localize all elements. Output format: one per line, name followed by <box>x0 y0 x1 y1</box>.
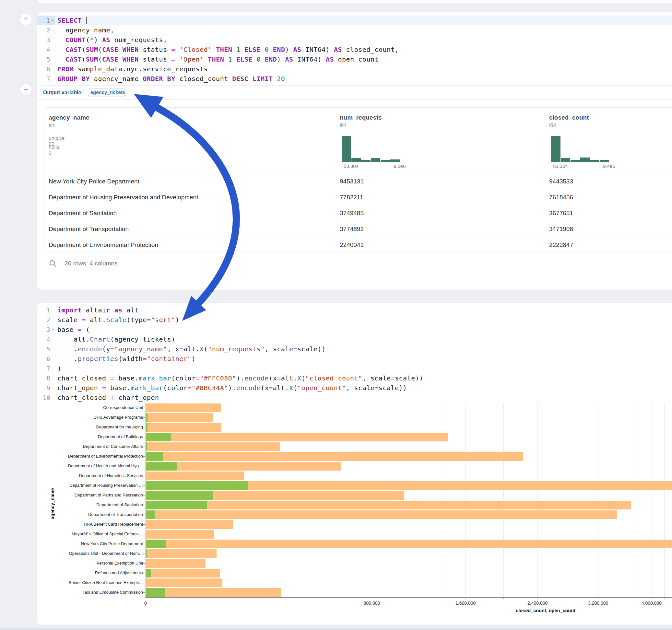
table-row[interactable]: Department of Sanitation37494853677651 <box>44 205 672 221</box>
y-axis-tick <box>143 554 145 554</box>
table-cell: Department of Environmental Protection <box>49 237 158 253</box>
column-type: i64 <box>549 122 556 128</box>
bar-closed-count <box>146 452 523 461</box>
bar-closed-count <box>146 433 448 441</box>
code-line[interactable]: 3base = ( <box>37 325 672 335</box>
gridline <box>569 403 569 597</box>
table-row[interactable]: Department of Environmental Protection22… <box>44 237 672 253</box>
x-axis-tick <box>626 597 626 599</box>
bar-closed-count <box>146 530 214 539</box>
x-axis-domain <box>146 597 672 598</box>
sql-code-editor[interactable]: 1SELECT 2 agency_name,3 COUNT(*) AS num_… <box>37 16 672 83</box>
code-line[interactable]: 7) <box>37 364 672 373</box>
y-axis-label: Department of Environmental Protection <box>37 452 143 461</box>
search-icon[interactable] <box>49 260 57 267</box>
line-number-gutter: 3 <box>37 325 55 335</box>
gridline <box>306 403 306 597</box>
line-number-gutter: 3 <box>37 35 55 45</box>
code-line[interactable]: 6FROM sample_data.nyc.service_requests <box>37 64 672 74</box>
x-axis-tick-label: 4,000,000 <box>642 601 662 606</box>
line-number-gutter: 7 <box>37 74 55 83</box>
bar-open-count <box>146 491 213 500</box>
code-line[interactable]: 2scale = alt.Scale(type="sqrt") <box>37 315 672 325</box>
histogram-bar <box>390 160 400 162</box>
add-cell-button[interactable]: + <box>20 13 32 25</box>
code-line[interactable]: 1SELECT <box>37 16 672 25</box>
bar-open-count <box>146 481 248 490</box>
histogram-bar <box>352 158 361 162</box>
histogram-bar <box>571 160 580 162</box>
code-text: alt.Chart(agency_tickets) <box>55 335 175 344</box>
python-code-editor[interactable]: 1import altair as alt2scale = alt.Scale(… <box>37 305 672 403</box>
histogram-bar <box>580 158 590 162</box>
code-text: ) <box>55 364 62 373</box>
line-number: 3 <box>37 325 50 335</box>
code-line[interactable]: 6 .properties(width="container") <box>37 354 672 364</box>
y-axis-tick <box>143 515 145 515</box>
next-cell-edge <box>0 628 672 630</box>
code-line[interactable]: 2 agency_name, <box>37 25 672 35</box>
x-axis-tick <box>652 597 652 599</box>
line-number: 4 <box>37 45 50 54</box>
gridline <box>259 403 259 597</box>
code-line[interactable]: 4 alt.Chart(agency_tickets) <box>37 335 672 344</box>
bar-open-count <box>146 549 147 558</box>
code-line[interactable]: 7GROUP BY agency_name ORDER BY closed_co… <box>37 74 672 83</box>
line-number: 5 <box>37 344 50 354</box>
x-axis-tick-label: 0 <box>144 601 147 606</box>
bar-open-count <box>146 588 165 597</box>
code-text: .encode(y="agency_name", x=alt.X("num_re… <box>55 344 326 354</box>
code-line[interactable]: 5 .encode(y="agency_name", x=alt.X("num_… <box>37 344 672 354</box>
line-number: 5 <box>37 54 50 64</box>
line-number: 7 <box>37 364 50 373</box>
add-cell-button[interactable]: + <box>20 83 32 96</box>
x-axis-tick <box>598 597 598 599</box>
line-number: 3 <box>37 35 50 45</box>
table-row[interactable]: Department of Housing Preservation and D… <box>44 189 672 205</box>
x-axis-tick <box>399 597 399 599</box>
fold-chevron-icon[interactable] <box>50 325 55 335</box>
bar-closed-count <box>146 491 404 500</box>
fold-chevron-icon[interactable] <box>50 16 55 25</box>
histogram-bar <box>381 160 390 162</box>
code-line[interactable]: 8chart_closed = base.mark_bar(color="#FF… <box>37 373 672 383</box>
bar-closed-count <box>146 520 233 529</box>
table-cell: 3774892 <box>340 221 364 237</box>
code-line[interactable]: 1import altair as alt <box>37 305 672 315</box>
bar-open-count <box>146 442 147 451</box>
table-cell: 7618456 <box>549 189 573 205</box>
y-axis-label: HRA Benefit Card Replacement <box>37 519 143 529</box>
table-cell: Department of Housing Preservation and D… <box>49 189 198 205</box>
y-axis-tick <box>143 408 145 408</box>
x-axis-tick <box>146 597 146 599</box>
y-axis-tick <box>143 446 145 447</box>
code-line[interactable]: 10chart_closed + chart_open <box>37 393 672 403</box>
y-axis-label: Senior Citizen Rent Increase Exempti… <box>37 578 143 587</box>
x-axis-tick <box>372 597 372 599</box>
output-variable-pill[interactable]: agency_tickets <box>88 88 126 97</box>
x-axis-tick <box>306 597 306 599</box>
x-axis-tick <box>259 597 259 599</box>
line-number-gutter: 5 <box>37 54 55 64</box>
table-row[interactable]: New York City Police Department945313194… <box>44 173 672 189</box>
code-text: GROUP BY agency_name ORDER BY closed_cou… <box>55 74 285 83</box>
table-row[interactable]: Department of Transportation377489234719… <box>44 221 672 237</box>
code-line[interactable]: 4 CAST(SUM(CASE WHEN status = 'Closed' T… <box>37 45 672 54</box>
gridline <box>399 403 399 597</box>
line-number: 9 <box>37 383 50 393</box>
code-line[interactable]: 3 COUNT(*) AS num_requests, <box>37 35 672 45</box>
y-axis-label: Department for the Aging <box>37 422 143 432</box>
y-axis-label: Department of Sanitation <box>37 500 143 510</box>
x-axis-tick <box>569 597 569 599</box>
code-line[interactable]: 5 CAST(SUM(CASE WHEN status = 'Open' THE… <box>37 54 672 64</box>
bar-open-count <box>146 539 166 548</box>
x-axis-tick <box>639 597 639 599</box>
gridline <box>554 403 554 597</box>
y-axis-label: Refunds and Adjustments <box>37 568 143 578</box>
python-cell-card: 1import altair as alt2scale = alt.Scale(… <box>37 303 672 626</box>
x-axis-tick-label: 3,200,000 <box>588 601 608 606</box>
code-line[interactable]: 9chart_open = base.mark_bar(color="#8BC3… <box>37 383 672 393</box>
y-axis-tick <box>143 427 145 428</box>
line-number-gutter: 2 <box>37 315 55 325</box>
y-axis-label: DHS Advantage Programs <box>37 413 143 422</box>
